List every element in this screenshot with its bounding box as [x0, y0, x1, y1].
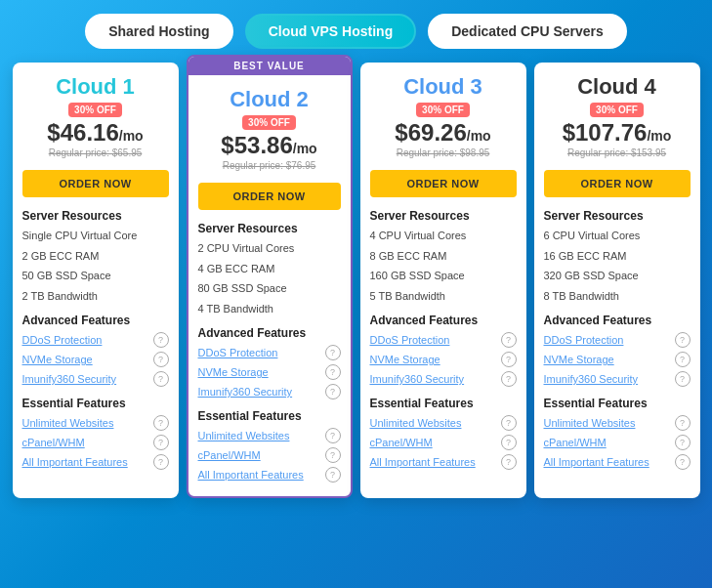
feature-link[interactable]: DDoS Protection	[370, 334, 450, 346]
feature-link[interactable]: NVMe Storage	[198, 366, 269, 378]
plan-price: $107.76/mo	[542, 119, 692, 147]
resource-item: Single CPU Virtual Core	[13, 226, 179, 246]
top-nav: Shared Hosting Cloud VPS Hosting Dedicat…	[0, 0, 712, 59]
resource-item: 320 GB SSD Space	[534, 266, 700, 286]
advanced-feature-item: DDoS Protection ?	[188, 343, 351, 362]
info-icon[interactable]: ?	[675, 332, 691, 348]
regular-price: Regular price: $98.95	[368, 147, 519, 158]
feature-link[interactable]: Unlimited Websites	[198, 430, 290, 441]
nav-shared-hosting[interactable]: Shared Hosting	[85, 14, 232, 49]
order-button[interactable]: ORDER NOW	[198, 183, 341, 210]
essential-feature-item: Unlimited Websites ?	[13, 413, 179, 433]
advanced-feature-item: NVMe Storage ?	[188, 362, 351, 382]
regular-price: Regular price: $76.95	[196, 160, 343, 171]
info-icon[interactable]: ?	[501, 415, 517, 431]
advanced-feature-item: DDoS Protection ?	[534, 330, 700, 350]
resource-item: 2 GB ECC RAM	[13, 246, 179, 267]
resources-title: Server Resources	[360, 201, 526, 226]
info-icon[interactable]: ?	[325, 345, 341, 360]
resource-item: 50 GB SSD Space	[13, 266, 179, 286]
advanced-feature-item: Imunify360 Security ?	[534, 369, 700, 389]
advanced-feature-item: DDoS Protection ?	[360, 330, 526, 350]
info-icon[interactable]: ?	[501, 371, 517, 387]
info-icon[interactable]: ?	[501, 435, 517, 450]
info-icon[interactable]: ?	[675, 371, 691, 387]
feature-link[interactable]: cPanel/WHM	[198, 449, 261, 461]
feature-link[interactable]: Imunify360 Security	[22, 373, 117, 385]
plan-card-3: Cloud 3 30% OFF $69.26/mo Regular price:…	[360, 63, 526, 498]
resource-item: 4 GB ECC RAM	[188, 259, 351, 279]
info-icon[interactable]: ?	[153, 415, 169, 431]
plan-name: Cloud 4	[542, 74, 692, 100]
advanced-title: Advanced Features	[13, 306, 179, 330]
essential-feature-item: cPanel/WHM ?	[360, 433, 526, 452]
essential-feature-item: All Important Features ?	[188, 465, 351, 484]
discount-badge: 30% OFF	[242, 115, 296, 130]
resource-item: 16 GB ECC RAM	[534, 246, 700, 267]
info-icon[interactable]: ?	[501, 332, 517, 348]
resource-item: 5 TB Bandwidth	[360, 286, 526, 307]
info-icon[interactable]: ?	[675, 454, 691, 470]
resources-title: Server Resources	[13, 201, 179, 226]
plan-card-4: Cloud 4 30% OFF $107.76/mo Regular price…	[534, 63, 700, 498]
info-icon[interactable]: ?	[675, 435, 691, 450]
feature-link[interactable]: Unlimited Websites	[370, 417, 462, 429]
plan-header: Cloud 1 30% OFF $46.16/mo Regular price:…	[13, 63, 179, 162]
info-icon[interactable]: ?	[325, 447, 341, 463]
feature-link[interactable]: DDoS Protection	[544, 334, 624, 346]
feature-link[interactable]: cPanel/WHM	[544, 437, 607, 448]
info-icon[interactable]: ?	[675, 352, 691, 367]
resources-title: Server Resources	[188, 214, 351, 238]
feature-link[interactable]: Imunify360 Security	[370, 373, 465, 385]
feature-link[interactable]: NVMe Storage	[544, 354, 614, 365]
plan-price: $46.16/mo	[21, 119, 171, 147]
feature-link[interactable]: Unlimited Websites	[544, 417, 636, 429]
info-icon[interactable]: ?	[153, 454, 169, 470]
essential-feature-item: Unlimited Websites ?	[188, 426, 351, 445]
info-icon[interactable]: ?	[153, 352, 169, 367]
info-icon[interactable]: ?	[325, 467, 341, 483]
advanced-feature-item: Imunify360 Security ?	[13, 369, 179, 389]
order-button[interactable]: ORDER NOW	[22, 170, 169, 197]
feature-link[interactable]: Imunify360 Security	[544, 373, 639, 385]
nav-dedicated-cpu[interactable]: Dedicated CPU Servers	[428, 14, 627, 49]
feature-link[interactable]: All Important Features	[22, 456, 128, 468]
info-icon[interactable]: ?	[153, 371, 169, 387]
feature-link[interactable]: DDoS Protection	[198, 347, 278, 358]
order-button[interactable]: ORDER NOW	[544, 170, 691, 197]
feature-link[interactable]: NVMe Storage	[370, 354, 440, 365]
info-icon[interactable]: ?	[501, 352, 517, 367]
advanced-feature-item: NVMe Storage ?	[13, 350, 179, 369]
feature-link[interactable]: All Important Features	[370, 456, 476, 468]
feature-link[interactable]: cPanel/WHM	[370, 437, 433, 448]
feature-link[interactable]: Unlimited Websites	[22, 417, 114, 429]
info-icon[interactable]: ?	[153, 332, 169, 348]
essential-title: Essential Features	[188, 401, 351, 426]
advanced-title: Advanced Features	[534, 306, 700, 330]
plan-name: Cloud 3	[368, 74, 519, 100]
feature-link[interactable]: cPanel/WHM	[22, 437, 85, 448]
info-icon[interactable]: ?	[501, 454, 517, 470]
essential-feature-item: Unlimited Websites ?	[534, 413, 700, 433]
feature-link[interactable]: All Important Features	[544, 456, 649, 468]
plans-container: Cloud 1 30% OFF $46.16/mo Regular price:…	[0, 63, 712, 498]
advanced-feature-item: NVMe Storage ?	[534, 350, 700, 369]
regular-price: Regular price: $65.95	[21, 147, 171, 158]
nav-cloud-vps[interactable]: Cloud VPS Hosting	[245, 14, 417, 49]
info-icon[interactable]: ?	[325, 428, 341, 443]
resource-item: 2 TB Bandwidth	[13, 286, 179, 307]
feature-link[interactable]: Imunify360 Security	[198, 386, 293, 398]
essential-feature-item: cPanel/WHM ?	[534, 433, 700, 452]
info-icon[interactable]: ?	[675, 415, 691, 431]
feature-link[interactable]: NVMe Storage	[22, 354, 93, 365]
feature-link[interactable]: DDoS Protection	[22, 334, 103, 346]
info-icon[interactable]: ?	[325, 384, 341, 399]
info-icon[interactable]: ?	[325, 364, 341, 380]
resource-item: 4 CPU Virtual Cores	[360, 226, 526, 246]
essential-feature-item: All Important Features ?	[534, 452, 700, 472]
order-button[interactable]: ORDER NOW	[370, 170, 517, 197]
essential-feature-item: All Important Features ?	[13, 452, 179, 472]
advanced-feature-item: DDoS Protection ?	[13, 330, 179, 350]
info-icon[interactable]: ?	[153, 435, 169, 450]
feature-link[interactable]: All Important Features	[198, 469, 304, 481]
